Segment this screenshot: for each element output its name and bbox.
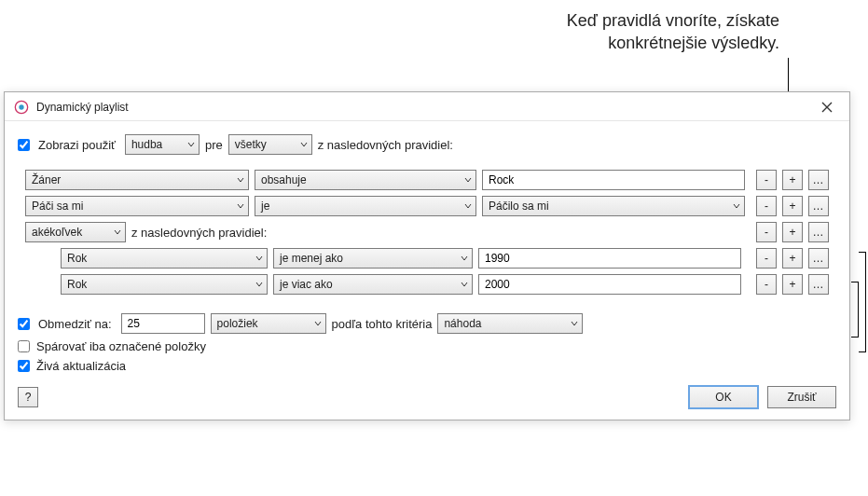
match-checked-only-checkbox[interactable] [18, 340, 30, 352]
chevron-down-icon [314, 320, 322, 327]
match-mode-select[interactable]: všetky [228, 134, 312, 155]
limit-checkbox[interactable] [18, 318, 30, 330]
rule-field-select[interactable]: Rok [61, 274, 268, 295]
chevron-down-icon [114, 228, 121, 236]
help-button[interactable]: ? [18, 387, 38, 407]
remove-rule-button[interactable]: - [756, 248, 777, 269]
match-suffix-label: z nasledovných pravidiel: [318, 138, 453, 152]
minus-icon: - [765, 200, 768, 213]
dialog-footer: ? OK Zrušiť [18, 386, 836, 408]
rule-operator-value: obsahuje [261, 173, 307, 186]
limit-criteria-value: náhoda [444, 317, 481, 330]
cancel-button-label: Zrušiť [787, 391, 816, 404]
match-enable-checkbox[interactable] [18, 139, 30, 151]
limit-row: Obmedziť na: položiek podľa tohto kritér… [18, 313, 836, 334]
minus-icon: - [765, 173, 768, 186]
nest-rule-button[interactable]: … [808, 222, 829, 242]
remove-rule-button[interactable]: - [756, 274, 777, 295]
smart-playlist-dialog: Dynamický playlist Zobrazi použiť hudba … [4, 91, 850, 420]
close-button[interactable] [814, 98, 840, 117]
dots-icon: … [813, 226, 825, 239]
rule-field-select[interactable]: Žáner [25, 170, 249, 190]
nested-mode-value: akékoľvek [32, 226, 82, 239]
rule-field-value: Páči sa mi [32, 200, 83, 213]
chevron-down-icon [300, 141, 308, 148]
add-rule-button[interactable]: + [782, 248, 803, 269]
match-mode-value: všetky [235, 138, 267, 151]
live-update-checkbox[interactable] [18, 360, 30, 372]
titlebar: Dynamický playlist [5, 92, 849, 121]
media-type-value: hudba [131, 138, 162, 151]
annotation-bracket-outer [859, 252, 866, 352]
rule-value-input[interactable] [482, 170, 745, 190]
dots-icon: … [813, 252, 825, 265]
limit-criteria-select[interactable]: náhoda [437, 313, 583, 334]
ok-button-label: OK [715, 391, 731, 404]
match-header-row: Zobrazi použiť hudba pre všetky z nasled… [18, 134, 836, 155]
rule-operator-select[interactable]: je viac ako [273, 274, 473, 295]
remove-rule-button[interactable]: - [756, 170, 777, 190]
remove-rule-button[interactable]: - [756, 196, 777, 216]
nest-rule-button[interactable]: … [808, 170, 829, 190]
help-icon: ? [25, 391, 32, 404]
match-checked-only-row: Spárovať iba označené položky [18, 339, 836, 353]
limit-label: Obmedziť na: [38, 317, 112, 331]
rule-field-value: Žáner [32, 173, 61, 186]
chevron-down-icon [237, 202, 244, 210]
nested-mode-select[interactable]: akékoľvek [25, 222, 126, 242]
plus-icon: + [789, 278, 795, 291]
app-icon [14, 100, 29, 115]
chevron-down-icon [733, 202, 740, 210]
limit-unit-select[interactable]: položiek [211, 313, 326, 334]
add-rule-button[interactable]: + [782, 196, 803, 216]
rule-field-select[interactable]: Páči sa mi [25, 196, 249, 216]
nested-rule-row: Rok je menej ako - + … [25, 248, 829, 269]
for-label: pre [205, 138, 223, 152]
limit-value-input[interactable] [121, 313, 205, 334]
annotation-callout: Keď pravidlá vnoríte, získate konkrétnej… [567, 9, 779, 55]
rule-operator-select[interactable]: je [255, 196, 476, 216]
nested-group-header: akékoľvek z nasledovných pravidiel: - + … [25, 222, 829, 242]
plus-icon: + [789, 226, 795, 239]
media-type-select[interactable]: hudba [125, 134, 200, 155]
chevron-down-icon [255, 255, 263, 262]
dots-icon: … [813, 173, 825, 186]
limit-unit-value: položiek [217, 317, 258, 330]
add-rule-button[interactable]: + [782, 170, 803, 190]
minus-icon: - [765, 252, 768, 265]
nest-rule-button[interactable]: … [808, 248, 829, 269]
chevron-down-icon [187, 141, 195, 148]
match-checked-only-label: Spárovať iba označené položky [36, 339, 206, 353]
nest-rule-button[interactable]: … [808, 274, 829, 295]
rule-value-select-value: Páčilo sa mi [489, 200, 549, 213]
chevron-down-icon [255, 281, 263, 288]
add-rule-button[interactable]: + [782, 274, 803, 295]
cancel-button[interactable]: Zrušiť [767, 386, 836, 408]
live-update-label: Živá aktualizácia [36, 359, 126, 373]
rule-operator-select[interactable]: obsahuje [255, 170, 476, 190]
rule-value-select[interactable]: Páčilo sa mi [482, 196, 745, 216]
live-update-row: Živá aktualizácia [18, 359, 836, 373]
ok-button[interactable]: OK [689, 386, 758, 408]
rule-value-input[interactable] [478, 248, 741, 269]
dialog-content: Zobrazi použiť hudba pre všetky z nasled… [5, 121, 849, 420]
annotation-line-2: konkrétnejšie výsledky. [567, 32, 779, 54]
plus-icon: + [789, 200, 795, 213]
rule-operator-select[interactable]: je menej ako [273, 248, 473, 269]
dots-icon: … [813, 200, 825, 213]
chevron-down-icon [237, 176, 244, 184]
match-enable-label: Zobrazi použiť [38, 138, 116, 152]
rule-field-select[interactable]: Rok [61, 248, 268, 269]
rule-operator-value: je menej ako [280, 252, 343, 265]
dots-icon: … [813, 278, 825, 291]
limit-criteria-label: podľa tohto kritéria [332, 317, 433, 331]
remove-rule-button[interactable]: - [756, 222, 777, 242]
add-rule-button[interactable]: + [782, 222, 803, 242]
nested-rule-row: Rok je viac ako - + … [25, 274, 829, 295]
rules-container: Žáner obsahuje - + … Páči sa mi [18, 158, 836, 310]
rule-field-value: Rok [67, 252, 87, 265]
nest-rule-button[interactable]: … [808, 196, 829, 216]
rule-row: Páči sa mi je Páčilo sa mi - + … [25, 196, 829, 216]
minus-icon: - [765, 278, 768, 291]
rule-value-input[interactable] [478, 274, 741, 295]
